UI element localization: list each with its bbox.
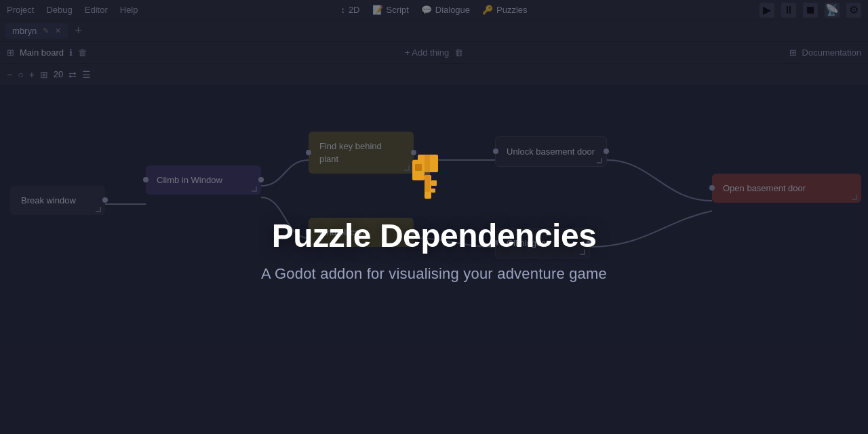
logo-icon	[407, 152, 461, 206]
svg-rect-6	[431, 189, 435, 193]
overlay-subtitle: A Godot addon for visualising your adven…	[261, 265, 607, 283]
svg-rect-3	[415, 164, 422, 171]
overlay: Puzzle Dependencies A Godot addon for vi…	[0, 0, 868, 434]
overlay-title: Puzzle Dependencies	[272, 217, 597, 254]
svg-rect-5	[431, 180, 437, 186]
svg-rect-7	[425, 155, 430, 192]
